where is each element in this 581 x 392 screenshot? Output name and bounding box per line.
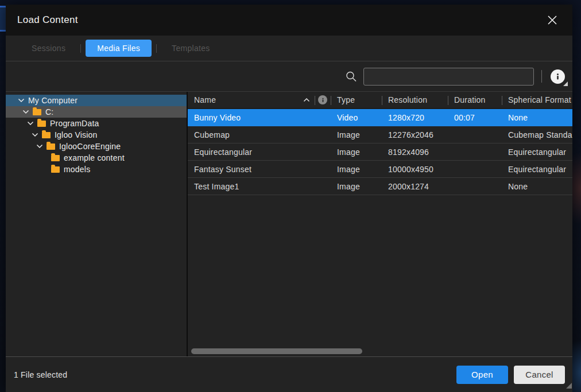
folder-icon xyxy=(42,132,51,138)
resize-grip[interactable] xyxy=(566,383,572,389)
search-icon xyxy=(345,71,357,83)
cell-resolution: 1280x720 xyxy=(382,113,448,122)
table-row-fantasy-sunset[interactable]: Fantasy SunsetImage10000x4950Equirectang… xyxy=(188,161,572,178)
file-table-header: Name Type xyxy=(188,92,572,109)
tab-templates[interactable]: Templates xyxy=(161,40,220,57)
column-separator xyxy=(331,96,331,105)
tab-bar: Sessions Media Files Templates xyxy=(6,36,572,61)
folder-icon xyxy=(37,121,46,127)
table-row-test-image1[interactable]: Test Image1Image2000x1274None xyxy=(188,178,572,195)
column-separator xyxy=(448,96,448,105)
open-button[interactable]: Open xyxy=(456,366,508,384)
info-dropdown-button[interactable] xyxy=(549,68,565,84)
cell-spherical-format: Equirectangular xyxy=(502,165,572,174)
column-header-duration[interactable]: Duration xyxy=(448,92,502,108)
cancel-button[interactable]: Cancel xyxy=(514,366,565,384)
cell-name: Cubemap xyxy=(188,130,315,139)
file-table: Name Type xyxy=(188,92,572,356)
tree-item-example-content[interactable]: example content xyxy=(6,152,187,164)
column-header-name-label: Name xyxy=(194,95,216,104)
cell-spherical-format: Cubemap Standard xyxy=(502,130,572,139)
horizontal-scrollbar-thumb[interactable] xyxy=(191,348,362,354)
tree-item-label: IglooCoreEngine xyxy=(59,142,121,151)
search-row xyxy=(6,61,572,92)
column-header-type[interactable]: Type xyxy=(331,92,382,108)
column-header-spherical-format-label: Spherical Format xyxy=(508,95,571,104)
tree-item-label: My Computer xyxy=(28,96,78,105)
cell-resolution: 10000x4950 xyxy=(382,165,448,174)
folder-icon xyxy=(51,166,60,173)
column-separator xyxy=(315,96,315,105)
tree-item-c[interactable]: C: xyxy=(6,106,187,118)
cell-spherical-format: Equirectangular xyxy=(502,148,572,157)
cell-duration: 00:07 xyxy=(448,113,502,122)
content-area: My ComputerC:ProgramDataIgloo VisionIglo… xyxy=(6,92,572,357)
cell-resolution: 12276x2046 xyxy=(382,130,448,139)
cell-resolution: 2000x1274 xyxy=(382,182,448,191)
chevron-down-icon[interactable] xyxy=(31,131,38,139)
dialog-titlebar: Load Content xyxy=(6,5,572,36)
file-table-body: Bunny VideoVideo1280x72000:07NoneCubemap… xyxy=(188,109,572,195)
cell-spherical-format: None xyxy=(502,113,572,122)
cell-type: Image xyxy=(331,182,382,191)
dialog-footer: 1 File selected Open Cancel xyxy=(6,357,572,392)
search-input[interactable] xyxy=(363,68,534,86)
search-separator xyxy=(541,70,542,83)
tree-item-igloocoreengine[interactable]: IglooCoreEngine xyxy=(6,141,187,152)
table-row-cubemap[interactable]: CubemapImage12276x2046Cubemap Standard xyxy=(188,126,572,143)
info-column-icon xyxy=(318,95,327,104)
footer-buttons: Open Cancel xyxy=(456,366,565,384)
cell-name: Test Image1 xyxy=(188,182,315,191)
dropdown-corner-icon xyxy=(563,81,568,86)
folder-icon xyxy=(47,143,55,150)
cell-type: Image xyxy=(331,130,382,139)
tab-sessions[interactable]: Sessions xyxy=(21,40,76,57)
cell-name: Equirectangular xyxy=(188,148,315,157)
column-header-duration-label: Duration xyxy=(454,95,486,104)
column-header-type-label: Type xyxy=(337,95,355,104)
selection-status: 1 File selected xyxy=(14,370,67,379)
column-header-spherical-format[interactable]: Spherical Format xyxy=(502,92,572,108)
folder-icon xyxy=(33,109,41,115)
cell-type: Image xyxy=(331,148,382,157)
folder-tree: My ComputerC:ProgramDataIgloo VisionIglo… xyxy=(6,92,188,356)
column-header-resolution-label: Resolution xyxy=(388,95,427,104)
tab-separator xyxy=(156,44,157,53)
tree-item-igloo-vision[interactable]: Igloo Vision xyxy=(6,129,187,141)
column-separator xyxy=(382,96,382,105)
table-row-bunny-video[interactable]: Bunny VideoVideo1280x72000:07None xyxy=(188,109,572,126)
column-header-resolution[interactable]: Resolution xyxy=(382,92,448,108)
dialog-title: Load Content xyxy=(17,14,78,26)
cell-name: Bunny Video xyxy=(188,113,315,122)
tree-item-label: example content xyxy=(64,153,125,162)
tab-media-files[interactable]: Media Files xyxy=(86,40,152,57)
close-icon xyxy=(547,15,557,25)
chevron-down-icon[interactable] xyxy=(36,143,43,150)
cell-name: Fantasy Sunset xyxy=(188,165,315,174)
cell-type: Video xyxy=(331,113,382,122)
cell-spherical-format: None xyxy=(502,182,572,191)
close-button[interactable] xyxy=(546,14,559,26)
chevron-down-icon[interactable] xyxy=(22,108,29,116)
column-header-name[interactable]: Name xyxy=(188,92,315,108)
tree-item-my-computer[interactable]: My Computer xyxy=(6,95,187,106)
column-separator xyxy=(502,96,502,105)
tree-item-label: ProgramData xyxy=(50,119,99,128)
tree-item-programdata[interactable]: ProgramData xyxy=(6,118,187,129)
tree-item-models[interactable]: models xyxy=(6,164,187,175)
cell-type: Image xyxy=(331,165,382,174)
chevron-down-icon[interactable] xyxy=(17,97,25,104)
tab-separator xyxy=(80,44,81,53)
info-icon xyxy=(551,69,565,84)
tree-item-label: models xyxy=(64,165,90,174)
cell-resolution: 8192x4096 xyxy=(382,148,448,157)
folder-icon xyxy=(51,155,60,161)
column-header-info[interactable] xyxy=(315,92,331,108)
sort-ascending-icon xyxy=(303,98,310,102)
load-content-dialog: Load Content Sessions Media Files Templa… xyxy=(6,5,572,392)
tree-item-label: Igloo Vision xyxy=(55,130,98,139)
tree-item-label: C: xyxy=(45,107,53,117)
chevron-down-icon[interactable] xyxy=(26,120,34,127)
table-row-equirectangular[interactable]: EquirectangularImage8192x4096Equirectang… xyxy=(188,143,572,161)
